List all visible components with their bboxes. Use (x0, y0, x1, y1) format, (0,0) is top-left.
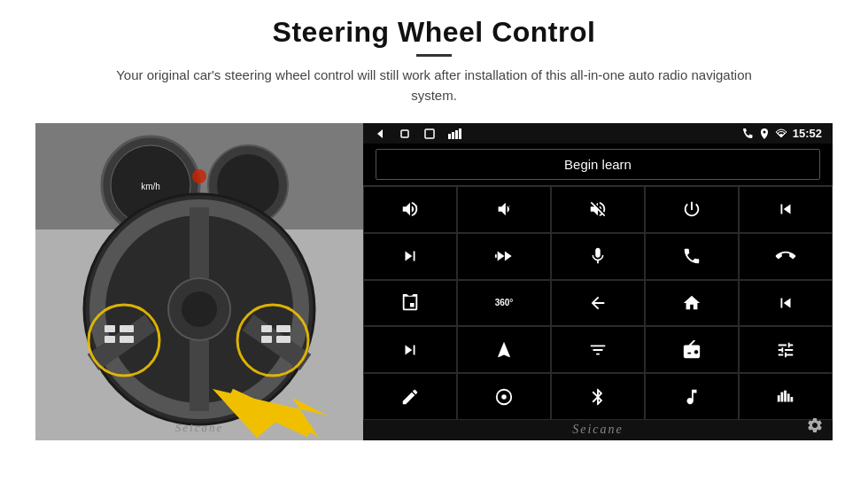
camera-button[interactable] (363, 280, 457, 327)
content-row: km/h (35, 123, 833, 440)
begin-learn-button[interactable]: Begin learn (376, 149, 820, 180)
steering-wheel-image: km/h (35, 123, 363, 440)
svg-rect-47 (791, 397, 794, 402)
svg-rect-18 (105, 325, 115, 332)
back-button[interactable] (551, 280, 645, 327)
panel-status: 15:52 (741, 127, 822, 140)
svg-rect-20 (120, 325, 134, 332)
adjust-button[interactable] (739, 326, 833, 373)
svg-point-36 (763, 130, 765, 133)
svg-rect-22 (261, 325, 272, 332)
seicane-bar: Seicane (363, 420, 833, 440)
bluetooth-button[interactable] (551, 373, 645, 420)
page-title: Steering Wheel Control (97, 16, 771, 49)
svg-marker-29 (377, 129, 383, 138)
prev-track-button[interactable] (739, 186, 833, 233)
mute-button[interactable] (551, 186, 645, 233)
eq-button[interactable] (551, 326, 645, 373)
settings-icon[interactable] (806, 416, 824, 439)
svg-rect-33 (452, 132, 454, 139)
svg-point-41 (501, 394, 507, 400)
svg-rect-44 (781, 392, 784, 401)
360-button[interactable]: 360° (457, 280, 551, 327)
page-wrapper: Steering Wheel Control Your original car… (0, 0, 868, 482)
svg-rect-32 (448, 134, 451, 139)
icon-grid: + - (363, 185, 833, 420)
svg-rect-35 (459, 128, 461, 139)
svg-rect-31 (425, 129, 434, 138)
svg-rect-24 (276, 325, 291, 332)
page-subtitle: Your original car's steering wheel contr… (97, 66, 771, 105)
dial-button[interactable] (457, 373, 551, 420)
svg-point-15 (182, 292, 217, 327)
vol-up-button[interactable]: + (363, 186, 457, 233)
svg-rect-43 (778, 395, 780, 401)
signal-icon (448, 128, 462, 139)
mic-button[interactable] (551, 233, 645, 280)
location-icon (759, 128, 770, 140)
radio-button[interactable] (645, 326, 739, 373)
fast-forward-button[interactable] (457, 233, 551, 280)
skip-back-button[interactable] (739, 280, 833, 327)
navigation-button[interactable] (457, 326, 551, 373)
home-nav-icon (399, 128, 411, 140)
svg-point-42 (687, 398, 691, 401)
svg-rect-34 (455, 130, 458, 139)
panel-header: 15:52 (363, 123, 833, 144)
vol-down-button[interactable]: - (457, 186, 551, 233)
control-panel: 15:52 Begin learn + - (363, 123, 833, 440)
svg-rect-46 (787, 393, 790, 401)
square-nav-icon (423, 128, 436, 140)
svg-point-7 (192, 169, 206, 183)
svg-rect-21 (120, 336, 134, 343)
svg-text:km/h: km/h (141, 182, 160, 191)
svg-rect-19 (105, 336, 115, 343)
pen-button[interactable] (363, 373, 457, 420)
seicane-label: Seicane (572, 423, 624, 437)
spectrum-button[interactable] (739, 373, 833, 420)
skip-fwd-button[interactable] (363, 326, 457, 373)
svg-rect-30 (401, 130, 408, 137)
svg-text:+: + (415, 204, 418, 209)
360-label: 360° (495, 298, 514, 307)
svg-rect-25 (276, 336, 291, 343)
wifi-icon (775, 128, 787, 140)
title-divider (416, 54, 452, 57)
title-section: Steering Wheel Control Your original car… (97, 16, 771, 118)
next-track-button[interactable] (363, 233, 457, 280)
call-button[interactable] (645, 233, 739, 280)
hang-up-button[interactable] (739, 233, 833, 280)
back-nav-icon (374, 128, 386, 140)
svg-rect-23 (261, 336, 272, 343)
phone-status-icon (741, 128, 754, 140)
status-time: 15:52 (793, 127, 822, 140)
power-button[interactable] (645, 186, 739, 233)
panel-nav-icons (374, 128, 462, 140)
music-button[interactable] (645, 373, 739, 420)
home-button[interactable] (645, 280, 739, 327)
svg-rect-45 (784, 390, 787, 401)
svg-text:Seicane: Seicane (175, 421, 223, 434)
svg-text:-: - (509, 204, 511, 209)
